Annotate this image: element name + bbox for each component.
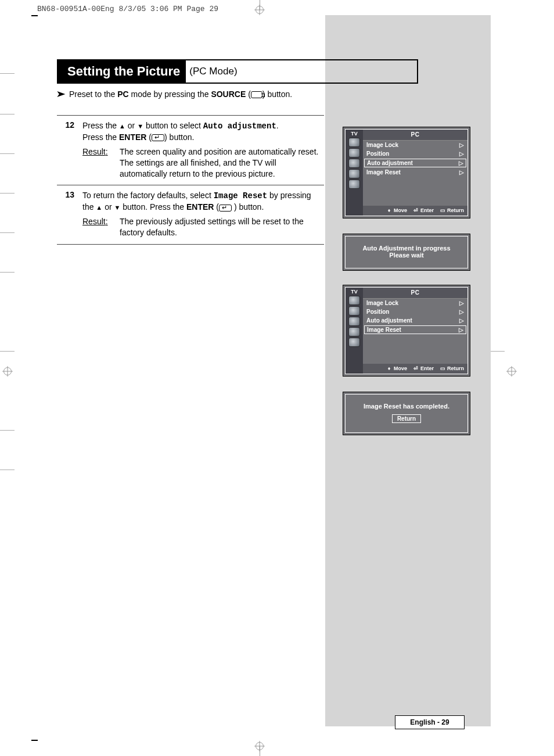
- osd-menu-auto: TV PC Image Lock▷ Position▷ Auto adjustm…: [343, 127, 470, 218]
- osd-message-line: Image Reset has completed.: [349, 403, 464, 410]
- step-number: 13: [57, 190, 82, 238]
- result-label: Result: [82, 146, 120, 180]
- osd-side-icon: [348, 138, 360, 147]
- registration-mark: [254, 5, 265, 15]
- osd-title: PC: [363, 130, 467, 141]
- menu-icon: ▭: [440, 366, 445, 371]
- step-result: Result The screen quality and position a…: [82, 146, 324, 180]
- osd-item-auto-adjustment[interactable]: Auto adjustment▷: [364, 159, 466, 167]
- osd-tv-label: TV: [351, 289, 358, 295]
- enter-button-icon: [152, 134, 164, 141]
- page-number: English - 29: [395, 715, 465, 729]
- step-list: 12 Press the ▲ or ▼ button to select Aut…: [57, 115, 324, 245]
- up-triangle-icon: ▲: [119, 123, 125, 130]
- osd-side-icons: TV: [346, 130, 363, 216]
- osd-side-icon: [348, 338, 360, 347]
- osd-side-icon: [348, 296, 360, 305]
- source-button-icon: [251, 91, 262, 98]
- osd-item-image-reset[interactable]: Image Reset▷: [364, 325, 466, 334]
- osd-item-image-lock[interactable]: Image Lock▷: [363, 141, 467, 149]
- corner-rule: [31, 732, 38, 741]
- enter-icon: ⏎: [413, 207, 419, 213]
- osd-message-auto: Auto Adjustment in progress Please wait: [343, 234, 470, 271]
- step-line: Press the ▲ or ▼ button to select Auto a…: [82, 120, 324, 132]
- registration-mark: [2, 366, 13, 377]
- osd-side-icon: [348, 317, 360, 326]
- result-text: The previously adjusted settings will be…: [120, 216, 324, 238]
- osd-item-image-reset[interactable]: Image Reset▷: [363, 168, 467, 177]
- pointer-icon: ➤: [56, 88, 66, 99]
- up-triangle-icon: ▲: [96, 204, 102, 211]
- osd-message-line: Please wait: [349, 252, 464, 259]
- chevron-right-icon: ▷: [459, 309, 464, 315]
- step-12: 12 Press the ▲ or ▼ button to select Aut…: [57, 116, 324, 185]
- corner-rule: [31, 15, 38, 24]
- osd-return-button[interactable]: Return: [392, 414, 421, 423]
- text-bold: SOURCE: [211, 89, 246, 99]
- text-bold: PC: [117, 89, 128, 99]
- down-triangle-icon: ▼: [137, 123, 143, 130]
- osd-side-icon: [348, 327, 360, 336]
- osd-item-position[interactable]: Position▷: [363, 307, 467, 316]
- osd-footer: ♦Move ⏎Enter ▭Return: [363, 206, 467, 216]
- osd-item-position[interactable]: Position▷: [363, 149, 467, 158]
- chevron-right-icon: ▷: [459, 169, 464, 175]
- osd-message-line: Auto Adjustment in progress: [349, 245, 464, 252]
- step-result: Result The previously adjusted settings …: [82, 216, 324, 238]
- osd-footer: ♦Move ⏎Enter ▭Return: [363, 364, 467, 374]
- chevron-right-icon: ▷: [459, 327, 463, 333]
- registration-mark: [254, 741, 265, 751]
- chevron-right-icon: ▷: [459, 142, 464, 148]
- osd-side-icon: [348, 169, 360, 178]
- chevron-right-icon: ▷: [459, 300, 464, 306]
- result-label: Result: [82, 216, 120, 238]
- osd-side-icons: TV: [346, 288, 363, 374]
- chevron-right-icon: ▷: [459, 151, 464, 157]
- down-triangle-icon: ▼: [114, 204, 120, 211]
- step-number: 12: [57, 120, 82, 179]
- osd-item-auto-adjustment[interactable]: Auto adjustment▷: [363, 316, 467, 325]
- osd-menu-reset: TV PC Image Lock▷ Position▷ Auto adjustm…: [343, 285, 470, 377]
- text: Preset to the: [69, 89, 117, 99]
- osd-message-reset: Image Reset has completed. Return: [343, 392, 470, 435]
- step-line: Press the ENTER () button.: [82, 132, 324, 143]
- chevron-right-icon: ▷: [459, 317, 464, 324]
- enter-button-icon: [219, 205, 232, 212]
- result-text: The screen quality and position are auto…: [120, 146, 324, 180]
- preset-instruction: ➤ Preset to the PC mode by pressing the …: [57, 88, 382, 99]
- osd-side-icon: [348, 159, 360, 168]
- enter-icon: ⏎: [413, 366, 419, 371]
- chevron-right-icon: ▷: [459, 160, 463, 166]
- section-title-box: Setting the Picture (PC Mode): [57, 59, 418, 84]
- text: button.: [267, 89, 292, 99]
- osd-side-icon: [348, 148, 360, 157]
- osd-tv-label: TV: [351, 131, 358, 137]
- osd-side-icon: [348, 180, 360, 189]
- updown-icon: ♦: [386, 366, 392, 371]
- proof-header: BN68-00951A-00Eng 8/3/05 3:06 PM Page 29: [37, 5, 218, 13]
- text: mode by pressing the: [129, 89, 211, 99]
- section-subtitle: (PC Mode): [186, 66, 237, 77]
- step-line: To return the factory defaults, select I…: [82, 190, 324, 213]
- osd-title: PC: [363, 288, 467, 299]
- osd-item-image-lock[interactable]: Image Lock▷: [363, 299, 467, 307]
- menu-icon: ▭: [440, 207, 445, 213]
- updown-icon: ♦: [386, 207, 392, 213]
- step-13: 13 To return the factory defaults, selec…: [57, 185, 324, 245]
- section-title: Setting the Picture: [57, 60, 186, 83]
- osd-side-icon: [348, 306, 360, 316]
